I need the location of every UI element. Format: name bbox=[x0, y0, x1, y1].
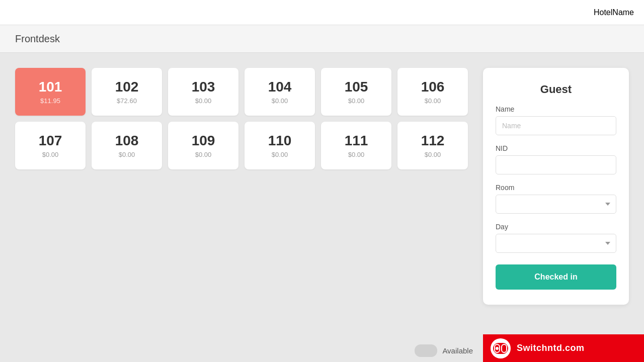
room-number: 103 bbox=[192, 79, 215, 95]
room-card-103[interactable]: 103$0.00 bbox=[168, 68, 238, 116]
day-label: Day bbox=[496, 223, 616, 231]
room-card-108[interactable]: 108$0.00 bbox=[92, 122, 162, 169]
room-number: 111 bbox=[345, 133, 368, 149]
day-select-wrapper bbox=[496, 234, 616, 253]
room-card-111[interactable]: 111$0.00 bbox=[321, 122, 391, 169]
switchntd-banner: Switchntd.com bbox=[483, 334, 644, 362]
room-number: 110 bbox=[268, 133, 292, 149]
room-price: $0.00 bbox=[425, 151, 441, 158]
room-field-group: Room bbox=[496, 184, 616, 214]
room-price: $0.00 bbox=[42, 151, 59, 158]
room-price: $0.00 bbox=[425, 97, 441, 105]
room-select-wrapper bbox=[496, 195, 616, 214]
room-price: $0.00 bbox=[195, 97, 212, 105]
room-card-110[interactable]: 110$0.00 bbox=[245, 122, 315, 169]
room-card-112[interactable]: 112$0.00 bbox=[397, 122, 468, 169]
room-number: 109 bbox=[192, 133, 215, 149]
room-card-102[interactable]: 102$72.60 bbox=[92, 68, 162, 116]
switchntd-text: Switchntd.com bbox=[517, 343, 585, 353]
svg-rect-2 bbox=[502, 344, 507, 352]
room-number: 102 bbox=[115, 79, 139, 95]
sub-header: Frontdesk bbox=[0, 25, 644, 53]
nid-input[interactable] bbox=[496, 155, 616, 174]
room-card-105[interactable]: 105$0.00 bbox=[321, 68, 391, 116]
room-number: 106 bbox=[421, 79, 445, 95]
room-card-106[interactable]: 106$0.00 bbox=[397, 68, 468, 116]
switch-logo-icon bbox=[491, 338, 511, 358]
room-price: $0.00 bbox=[272, 151, 288, 158]
room-price: $11.95 bbox=[40, 97, 60, 105]
name-label: Name bbox=[496, 105, 616, 113]
room-number: 112 bbox=[421, 133, 445, 149]
available-section: Available bbox=[415, 344, 473, 357]
name-input[interactable] bbox=[496, 116, 616, 135]
room-card-101[interactable]: 101$11.95 bbox=[15, 68, 86, 116]
main-content: 101$11.95102$72.60103$0.00104$0.00105$0.… bbox=[0, 53, 644, 362]
checked-in-button[interactable]: Checked in bbox=[496, 264, 616, 290]
room-price: $0.00 bbox=[348, 151, 365, 158]
room-card-104[interactable]: 104$0.00 bbox=[245, 68, 315, 116]
rooms-grid: 101$11.95102$72.60103$0.00104$0.00105$0.… bbox=[15, 68, 468, 347]
room-price: $0.00 bbox=[272, 97, 288, 105]
guest-panel: Guest Name NID Room Day bbox=[483, 68, 629, 305]
room-price: $0.00 bbox=[119, 151, 135, 158]
room-number: 105 bbox=[345, 79, 368, 95]
room-price: $72.60 bbox=[117, 97, 137, 105]
top-bar: HotelName bbox=[0, 0, 644, 25]
room-number: 101 bbox=[39, 79, 62, 95]
room-label: Room bbox=[496, 184, 616, 192]
room-card-109[interactable]: 109$0.00 bbox=[168, 122, 238, 169]
nid-label: NID bbox=[496, 144, 616, 152]
hotel-name: HotelName bbox=[594, 8, 634, 17]
nid-field-group: NID bbox=[496, 144, 616, 174]
name-field-group: Name bbox=[496, 105, 616, 135]
svg-point-3 bbox=[496, 347, 499, 350]
room-number: 107 bbox=[39, 133, 62, 149]
page-title: Frontdesk bbox=[15, 33, 60, 45]
room-price: $0.00 bbox=[195, 151, 212, 158]
available-toggle[interactable] bbox=[415, 344, 437, 357]
room-number: 104 bbox=[268, 79, 292, 95]
room-number: 108 bbox=[115, 133, 139, 149]
room-price: $0.00 bbox=[348, 97, 365, 105]
day-select[interactable] bbox=[496, 234, 616, 253]
available-label: Available bbox=[442, 346, 473, 355]
day-field-group: Day bbox=[496, 223, 616, 253]
room-select[interactable] bbox=[496, 195, 616, 214]
room-card-107[interactable]: 107$0.00 bbox=[15, 122, 86, 169]
guest-title: Guest bbox=[496, 83, 616, 96]
